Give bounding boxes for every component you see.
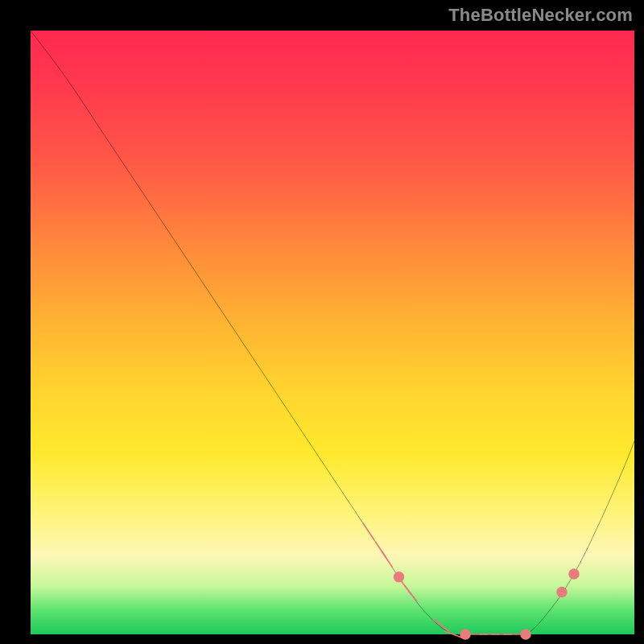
chart-root: TheBottleNecker.com	[0, 0, 644, 644]
curve-marker-dot	[556, 587, 568, 598]
plot-area	[31, 31, 634, 634]
curve-marker-dash	[444, 631, 462, 638]
curve-marker-dot	[394, 572, 404, 583]
curve-marker-dash	[382, 551, 392, 567]
curve-markers	[363, 524, 579, 640]
curve-layer	[31, 31, 634, 634]
curve-marker-dash	[363, 524, 374, 540]
curve-marker-dash	[433, 620, 448, 631]
bottleneck-curve	[31, 31, 634, 636]
curve-marker-dot	[520, 629, 531, 640]
curve-marker-dash	[405, 586, 417, 601]
curve-marker-dot	[568, 568, 580, 580]
source-attribution: TheBottleNecker.com	[448, 5, 633, 26]
